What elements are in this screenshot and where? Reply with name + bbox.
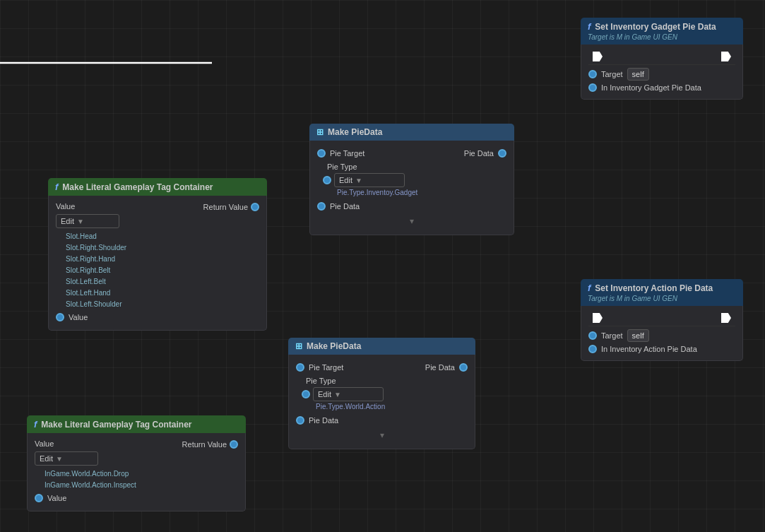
expand-chevron-1[interactable]: ▾ bbox=[317, 213, 506, 229]
pie-type-dropdown-arrow-2: ▼ bbox=[334, 391, 341, 398]
exec-in-pin-action[interactable] bbox=[593, 313, 603, 323]
tag-item: Slot.Right.Shoulder bbox=[66, 242, 198, 254]
pie-type-pin-2[interactable] bbox=[302, 390, 310, 398]
gameplay-tag-list-2: InGame.World.Action.Drop InGame.World.Ac… bbox=[45, 468, 177, 491]
pie-data-out-pin-1[interactable] bbox=[498, 149, 506, 158]
return-value-row-2: Return Value bbox=[182, 439, 238, 449]
tag-item-2a: InGame.World.Action.Drop bbox=[45, 468, 177, 480]
pie-data-bottom-label-2: Pie Data bbox=[309, 416, 338, 425]
set-inventory-gadget-node: f Set Inventory Gadget Pie Data Target i… bbox=[581, 18, 743, 100]
gameplay-tag-dropdown-value-2: Edit bbox=[40, 454, 53, 463]
make-piedata-1-node: ⊞ Make PieData Pie Target Pie Data Pie T… bbox=[309, 124, 514, 235]
pie-data-right-row-1: Pie Data bbox=[464, 149, 506, 158]
return-value-label-2: Return Value bbox=[182, 440, 227, 449]
return-value-label-1: Return Value bbox=[203, 203, 248, 211]
expand-chevron-2[interactable]: ▾ bbox=[296, 427, 468, 443]
struct-icon-1: ⊞ bbox=[316, 127, 324, 137]
set-inventory-gadget-header: f Set Inventory Gadget Pie Data Target i… bbox=[581, 18, 743, 45]
target-pin-row-action: Target self bbox=[588, 329, 735, 342]
pie-type-dropdown-row-1: Edit ▼ bbox=[323, 173, 506, 187]
pie-data-bottom-pin-1[interactable] bbox=[317, 202, 326, 211]
gameplay-tag-1-body: Value Edit ▼ Slot.Head Slot.Right.Should… bbox=[48, 196, 267, 331]
pie-target-pin-1[interactable] bbox=[317, 149, 326, 158]
pie-data-bottom-label-1: Pie Data bbox=[330, 202, 360, 211]
value-pin-label-1: Value bbox=[69, 313, 88, 321]
exec-in-pin[interactable] bbox=[593, 52, 603, 61]
pie-type-section-1: Pie Type bbox=[327, 162, 506, 172]
set-inventory-action-subtitle: Target is M in Game UI GEN bbox=[588, 295, 677, 302]
set-inventory-gadget-title: Set Inventory Gadget Pie Data bbox=[595, 22, 716, 32]
value-pin-1[interactable] bbox=[56, 313, 64, 321]
target-pin[interactable] bbox=[588, 70, 597, 78]
gameplay-tag-1-header: f Make Literal Gameplay Tag Container bbox=[48, 178, 267, 196]
gameplay-tag-dropdown-arrow-2: ▼ bbox=[56, 455, 63, 463]
pie-target-label-1: Pie Target bbox=[330, 149, 364, 158]
set-inventory-action-body: Target self In Inventory Action Pie Data bbox=[581, 306, 743, 361]
tag-item: Slot.Left.Belt bbox=[66, 276, 198, 288]
exec-out-pin[interactable] bbox=[721, 52, 731, 61]
pie-type-label-1: Pie Type bbox=[327, 162, 357, 171]
pie-data-out-pin-2[interactable] bbox=[459, 363, 468, 372]
set-inventory-gadget-body: Target self In Inventory Gadget Pie Data bbox=[581, 45, 743, 100]
pie-type-dropdown-row-2: Edit ▼ bbox=[302, 387, 468, 401]
set-inventory-action-node: f Set Inventory Action Pie Data Target i… bbox=[581, 279, 743, 361]
value-pin-2[interactable] bbox=[35, 494, 43, 502]
pie-type-label-2: Pie Type bbox=[306, 377, 336, 385]
pie-type-dropdown-arrow-1: ▼ bbox=[355, 177, 362, 184]
return-value-pin-2[interactable] bbox=[230, 440, 238, 449]
target-label-action: Target bbox=[601, 331, 623, 340]
value-label-1: Value bbox=[56, 202, 75, 211]
gameplay-tag-2-content: Value Edit ▼ InGame.World.Action.Drop In… bbox=[35, 439, 238, 491]
pie-type-dropdown-1[interactable]: Edit ▼ bbox=[334, 173, 405, 187]
make-piedata-1-header: ⊞ Make PieData bbox=[309, 124, 514, 141]
make-piedata-1-title: Make PieData bbox=[328, 127, 382, 137]
gameplay-tag-list-1: Slot.Head Slot.Right.Shoulder Slot.Right… bbox=[66, 231, 198, 310]
pie-data-right-label-2: Pie Data bbox=[425, 363, 455, 372]
return-value-row-1: Return Value bbox=[203, 201, 259, 211]
exec-out-pin-action[interactable] bbox=[721, 313, 731, 323]
pie-type-dropdown-2[interactable]: Edit ▼ bbox=[313, 387, 384, 401]
tag-item: Slot.Left.Shoulder bbox=[66, 299, 198, 310]
in-inventory-gadget-label: In Inventory Gadget Pie Data bbox=[601, 83, 701, 92]
gameplay-tag-2-header: f Make Literal Gameplay Tag Container bbox=[27, 415, 246, 433]
exec-row-action bbox=[588, 310, 735, 326]
gameplay-tag-2-title: Make Literal Gameplay Tag Container bbox=[41, 420, 191, 430]
gameplay-tag-2-left: Value Edit ▼ InGame.World.Action.Drop In… bbox=[35, 439, 177, 491]
function-icon-action: f bbox=[588, 283, 591, 293]
pie-data-right-label-1: Pie Data bbox=[464, 149, 494, 158]
tag-item-2b: InGame.World.Action.Inspect bbox=[45, 480, 177, 491]
gameplay-tag-dropdown-2[interactable]: Edit ▼ bbox=[35, 451, 98, 466]
tag-item: Slot.Head bbox=[66, 231, 198, 242]
gameplay-tag-dropdown-1[interactable]: Edit ▼ bbox=[56, 214, 119, 228]
gameplay-tag-2-body: Value Edit ▼ InGame.World.Action.Drop In… bbox=[27, 433, 246, 512]
pie-data-right-row-2: Pie Data bbox=[425, 363, 468, 372]
make-piedata-1-body: Pie Target Pie Data Pie Type Edit ▼ Pie.… bbox=[309, 141, 514, 235]
gameplay-tag-1-content: Value Edit ▼ Slot.Head Slot.Right.Should… bbox=[56, 201, 259, 310]
set-inventory-action-title: Set Inventory Action Pie Data bbox=[595, 283, 713, 293]
value-pin-label-2: Value bbox=[47, 494, 66, 502]
pie-type-tag-2: Pie.Type.World.Action bbox=[316, 403, 468, 410]
pie-type-dropdown-value-2: Edit bbox=[318, 390, 331, 398]
pie-target-row-2: Pie Target bbox=[296, 363, 343, 372]
gameplay-tag-1-node: f Make Literal Gameplay Tag Container Va… bbox=[48, 178, 267, 331]
pie-type-pin-1[interactable] bbox=[323, 176, 331, 184]
return-value-pin-1[interactable] bbox=[251, 203, 259, 211]
in-inventory-gadget-pin[interactable] bbox=[588, 83, 597, 92]
pie-type-dropdown-value-1: Edit bbox=[339, 176, 352, 184]
set-inventory-gadget-subtitle: Target is M in Game UI GEN bbox=[588, 33, 677, 41]
pie-type-tag-1: Pie.Type.Inventoy.Gadget bbox=[337, 189, 506, 196]
pie-target-label-2: Pie Target bbox=[309, 363, 343, 372]
pie-target-row-1: Pie Target bbox=[317, 149, 364, 158]
struct-icon-2: ⊞ bbox=[295, 341, 302, 351]
value-section-1: Value bbox=[56, 201, 198, 211]
pie-target-pin-2[interactable] bbox=[296, 363, 304, 372]
pie-data-bottom-pin-2[interactable] bbox=[296, 416, 304, 425]
function-icon: f bbox=[588, 21, 591, 32]
value-label-2: Value bbox=[35, 439, 54, 448]
target-value-action: self bbox=[627, 329, 649, 342]
gameplay-tag-1-left: Value Edit ▼ Slot.Head Slot.Right.Should… bbox=[56, 201, 198, 310]
gameplay-tag-dropdown-value-1: Edit bbox=[61, 217, 74, 225]
in-inventory-action-pin[interactable] bbox=[588, 345, 597, 353]
make-piedata-2-node: ⊞ Make PieData Pie Target Pie Data Pie T… bbox=[288, 338, 475, 449]
target-pin-action[interactable] bbox=[588, 331, 597, 340]
